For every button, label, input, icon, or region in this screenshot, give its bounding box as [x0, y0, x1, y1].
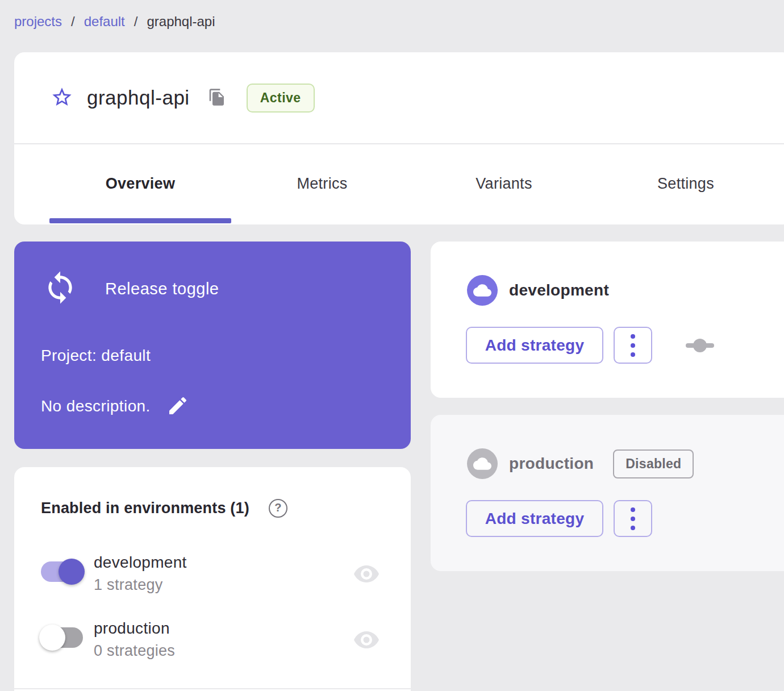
- tab-metrics[interactable]: Metrics: [231, 144, 413, 223]
- environment-card-production: production Disabled Add strategy: [431, 415, 784, 571]
- cloud-icon: [467, 448, 498, 479]
- environment-header: production Disabled: [467, 448, 694, 479]
- copy-name-button[interactable]: [207, 88, 227, 108]
- tab-variants[interactable]: Variants: [413, 144, 595, 223]
- environment-header: development: [467, 275, 609, 306]
- card-divider: [14, 688, 411, 689]
- eye-icon[interactable]: [353, 630, 380, 650]
- page-title: graphql-api: [87, 86, 190, 109]
- description-row: No description.: [41, 394, 190, 419]
- environment-disabled-badge: Disabled: [613, 449, 694, 478]
- environment-strategy-count: 1 strategy: [94, 576, 187, 594]
- environment-actions: Add strategy: [466, 500, 652, 537]
- feature-header-row: graphql-api Active: [14, 52, 784, 144]
- edit-description-button[interactable]: [165, 394, 190, 419]
- add-strategy-button[interactable]: Add strategy: [466, 500, 603, 537]
- environment-strategy-count: 0 strategies: [94, 642, 175, 660]
- pencil-icon: [166, 394, 189, 419]
- eye-icon[interactable]: [353, 564, 380, 584]
- feature-header-card: graphql-api Active Overview Metrics Vari…: [14, 52, 784, 224]
- kebab-menu-icon: [631, 334, 635, 357]
- environment-name: development: [509, 281, 609, 299]
- enabled-environments-card: Enabled in environments (1) ? developmen…: [14, 467, 411, 691]
- environment-more-button[interactable]: [614, 327, 652, 364]
- kebab-menu-icon: [631, 507, 635, 530]
- favorite-star-button[interactable]: [49, 85, 74, 110]
- row-labels: production 0 strategies: [94, 619, 175, 660]
- environment-name: production: [509, 455, 594, 473]
- environment-actions: Add strategy: [466, 327, 715, 364]
- feature-toggle-page: projects / default / graphql-api graphql…: [0, 0, 784, 691]
- active-tab-indicator: [49, 218, 231, 223]
- breadcrumb-separator: /: [134, 14, 138, 30]
- toggle-type-label: Release toggle: [105, 280, 219, 298]
- environment-switch-development[interactable]: [41, 561, 83, 582]
- switch-thumb: [39, 625, 65, 651]
- slider-icon: [685, 338, 715, 353]
- switch-thumb: [59, 559, 85, 585]
- tab-overview[interactable]: Overview: [49, 144, 231, 223]
- star-outline-icon: [51, 86, 73, 110]
- breadcrumb-link-projects[interactable]: projects: [14, 14, 62, 30]
- breadcrumb-separator: /: [71, 14, 75, 30]
- tab-settings[interactable]: Settings: [595, 144, 777, 223]
- row-labels: development 1 strategy: [94, 553, 187, 594]
- copy-icon: [208, 88, 226, 108]
- question-mark-icon[interactable]: ?: [269, 499, 287, 518]
- cloud-icon: [467, 275, 498, 306]
- environment-card-development: development Add strategy: [431, 242, 784, 398]
- enabled-environments-title: Enabled in environments (1): [41, 499, 249, 517]
- environment-row-name: production: [94, 619, 175, 638]
- status-badge: Active: [247, 84, 315, 113]
- sync-icon: [43, 270, 78, 307]
- tab-bar: Overview Metrics Variants Settings: [14, 144, 784, 223]
- environment-more-button[interactable]: [614, 500, 652, 537]
- breadcrumb-link-default[interactable]: default: [84, 14, 125, 30]
- environment-switch-production[interactable]: [41, 627, 83, 648]
- project-label: Project: default: [41, 347, 151, 365]
- breadcrumb: projects / default / graphql-api: [14, 14, 215, 30]
- enabled-environments-header: Enabled in environments (1) ?: [41, 499, 287, 518]
- toggle-type-header: Release toggle: [43, 270, 219, 307]
- add-strategy-button[interactable]: Add strategy: [466, 327, 603, 364]
- environment-toggle-row-development: development 1 strategy: [41, 553, 384, 602]
- breadcrumb-current: graphql-api: [147, 14, 215, 30]
- environment-row-name: development: [94, 553, 187, 572]
- description-text: No description.: [41, 397, 151, 415]
- environment-toggle-row-production: production 0 strategies: [41, 619, 384, 668]
- toggle-type-card: Release toggle Project: default No descr…: [14, 242, 411, 449]
